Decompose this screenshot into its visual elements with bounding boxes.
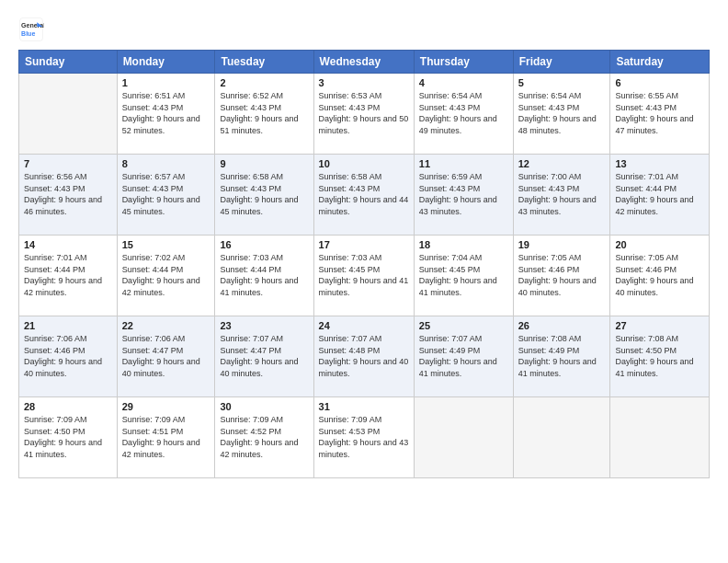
header: General Blue — [18, 17, 710, 42]
calendar-cell: 21Sunrise: 7:06 AMSunset: 4:46 PMDayligh… — [19, 316, 118, 397]
weekday-header-monday: Monday — [117, 51, 215, 74]
day-number: 5 — [518, 77, 606, 88]
weekday-header-friday: Friday — [513, 51, 610, 74]
day-detail: Sunrise: 6:52 AMSunset: 4:43 PMDaylight:… — [220, 90, 308, 136]
calendar-cell: 14Sunrise: 7:01 AMSunset: 4:44 PMDayligh… — [19, 236, 118, 316]
week-row-5: 28Sunrise: 7:09 AMSunset: 4:50 PMDayligh… — [19, 397, 710, 478]
day-number: 1 — [122, 77, 210, 88]
calendar-cell — [610, 397, 710, 478]
calendar-cell: 24Sunrise: 7:07 AMSunset: 4:48 PMDayligh… — [313, 316, 414, 397]
day-detail: Sunrise: 7:07 AMSunset: 4:49 PMDaylight:… — [419, 333, 508, 379]
day-detail: Sunrise: 7:03 AMSunset: 4:44 PMDaylight:… — [220, 252, 308, 298]
day-number: 8 — [122, 158, 210, 169]
logo-icon: General Blue — [18, 17, 44, 42]
calendar-cell: 2Sunrise: 6:52 AMSunset: 4:43 PMDaylight… — [215, 74, 313, 155]
day-detail: Sunrise: 7:02 AMSunset: 4:44 PMDaylight:… — [122, 252, 210, 298]
day-number: 30 — [220, 401, 308, 412]
calendar-cell: 28Sunrise: 7:09 AMSunset: 4:50 PMDayligh… — [19, 397, 118, 478]
week-row-1: 1Sunrise: 6:51 AMSunset: 4:43 PMDaylight… — [19, 74, 710, 155]
calendar-cell: 17Sunrise: 7:03 AMSunset: 4:45 PMDayligh… — [313, 236, 414, 316]
calendar-cell — [414, 397, 513, 478]
day-number: 16 — [220, 239, 308, 250]
week-row-3: 14Sunrise: 7:01 AMSunset: 4:44 PMDayligh… — [19, 236, 710, 316]
day-number: 7 — [24, 158, 112, 169]
day-number: 31 — [319, 401, 409, 412]
calendar-cell: 23Sunrise: 7:07 AMSunset: 4:47 PMDayligh… — [215, 316, 313, 397]
calendar-cell: 9Sunrise: 6:58 AMSunset: 4:43 PMDaylight… — [215, 155, 313, 236]
calendar-cell: 4Sunrise: 6:54 AMSunset: 4:43 PMDaylight… — [414, 74, 513, 155]
day-detail: Sunrise: 7:07 AMSunset: 4:47 PMDaylight:… — [220, 333, 308, 379]
week-row-4: 21Sunrise: 7:06 AMSunset: 4:46 PMDayligh… — [19, 316, 710, 397]
calendar-cell: 1Sunrise: 6:51 AMSunset: 4:43 PMDaylight… — [117, 74, 215, 155]
calendar-cell: 22Sunrise: 7:06 AMSunset: 4:47 PMDayligh… — [117, 316, 215, 397]
day-detail: Sunrise: 7:09 AMSunset: 4:51 PMDaylight:… — [122, 414, 210, 460]
day-number: 25 — [419, 320, 508, 331]
calendar-cell: 25Sunrise: 7:07 AMSunset: 4:49 PMDayligh… — [414, 316, 513, 397]
weekday-header-tuesday: Tuesday — [215, 51, 313, 74]
day-number: 21 — [24, 320, 112, 331]
day-number: 11 — [419, 158, 508, 169]
calendar-cell: 31Sunrise: 7:09 AMSunset: 4:53 PMDayligh… — [313, 397, 414, 478]
weekday-header-thursday: Thursday — [414, 51, 513, 74]
logo: General Blue — [18, 17, 44, 42]
day-number: 28 — [24, 401, 112, 412]
day-detail: Sunrise: 7:05 AMSunset: 4:46 PMDaylight:… — [518, 252, 606, 298]
day-detail: Sunrise: 6:54 AMSunset: 4:43 PMDaylight:… — [419, 90, 508, 136]
day-number: 20 — [615, 239, 704, 250]
calendar-cell: 12Sunrise: 7:00 AMSunset: 4:43 PMDayligh… — [513, 155, 610, 236]
calendar-cell: 16Sunrise: 7:03 AMSunset: 4:44 PMDayligh… — [215, 236, 313, 316]
day-detail: Sunrise: 7:01 AMSunset: 4:44 PMDaylight:… — [615, 171, 704, 217]
day-number: 6 — [615, 77, 704, 88]
day-detail: Sunrise: 7:07 AMSunset: 4:48 PMDaylight:… — [319, 333, 409, 379]
day-number: 17 — [319, 239, 409, 250]
weekday-header-row: SundayMondayTuesdayWednesdayThursdayFrid… — [19, 51, 710, 74]
calendar-cell: 8Sunrise: 6:57 AMSunset: 4:43 PMDaylight… — [117, 155, 215, 236]
day-detail: Sunrise: 7:04 AMSunset: 4:45 PMDaylight:… — [419, 252, 508, 298]
svg-rect-0 — [20, 18, 43, 41]
day-number: 9 — [220, 158, 308, 169]
day-number: 24 — [319, 320, 409, 331]
day-detail: Sunrise: 7:08 AMSunset: 4:49 PMDaylight:… — [518, 333, 606, 379]
calendar-cell: 3Sunrise: 6:53 AMSunset: 4:43 PMDaylight… — [313, 74, 414, 155]
weekday-header-saturday: Saturday — [610, 51, 710, 74]
day-detail: Sunrise: 7:01 AMSunset: 4:44 PMDaylight:… — [24, 252, 112, 298]
day-detail: Sunrise: 7:09 AMSunset: 4:52 PMDaylight:… — [220, 414, 308, 460]
day-detail: Sunrise: 6:51 AMSunset: 4:43 PMDaylight:… — [122, 90, 210, 136]
day-number: 13 — [615, 158, 704, 169]
day-number: 29 — [122, 401, 210, 412]
day-detail: Sunrise: 7:09 AMSunset: 4:50 PMDaylight:… — [24, 414, 112, 460]
day-detail: Sunrise: 7:08 AMSunset: 4:50 PMDaylight:… — [615, 333, 704, 379]
calendar-cell: 11Sunrise: 6:59 AMSunset: 4:43 PMDayligh… — [414, 155, 513, 236]
day-number: 22 — [122, 320, 210, 331]
calendar: SundayMondayTuesdayWednesdayThursdayFrid… — [18, 50, 710, 478]
day-detail: Sunrise: 6:53 AMSunset: 4:43 PMDaylight:… — [319, 90, 409, 136]
day-number: 10 — [319, 158, 409, 169]
calendar-cell: 29Sunrise: 7:09 AMSunset: 4:51 PMDayligh… — [117, 397, 215, 478]
weekday-header-sunday: Sunday — [19, 51, 118, 74]
calendar-cell: 7Sunrise: 6:56 AMSunset: 4:43 PMDaylight… — [19, 155, 118, 236]
calendar-cell — [513, 397, 610, 478]
day-number: 19 — [518, 239, 606, 250]
day-detail: Sunrise: 6:56 AMSunset: 4:43 PMDaylight:… — [24, 171, 112, 217]
calendar-cell — [19, 74, 118, 155]
calendar-cell: 30Sunrise: 7:09 AMSunset: 4:52 PMDayligh… — [215, 397, 313, 478]
calendar-cell: 20Sunrise: 7:05 AMSunset: 4:46 PMDayligh… — [610, 236, 710, 316]
weekday-header-wednesday: Wednesday — [313, 51, 414, 74]
day-detail: Sunrise: 6:54 AMSunset: 4:43 PMDaylight:… — [518, 90, 606, 136]
day-number: 15 — [122, 239, 210, 250]
day-number: 26 — [518, 320, 606, 331]
day-detail: Sunrise: 6:57 AMSunset: 4:43 PMDaylight:… — [122, 171, 210, 217]
calendar-cell: 5Sunrise: 6:54 AMSunset: 4:43 PMDaylight… — [513, 74, 610, 155]
day-detail: Sunrise: 6:58 AMSunset: 4:43 PMDaylight:… — [319, 171, 409, 217]
week-row-2: 7Sunrise: 6:56 AMSunset: 4:43 PMDaylight… — [19, 155, 710, 236]
day-detail: Sunrise: 7:00 AMSunset: 4:43 PMDaylight:… — [518, 171, 606, 217]
day-detail: Sunrise: 7:09 AMSunset: 4:53 PMDaylight:… — [319, 414, 409, 460]
calendar-cell: 19Sunrise: 7:05 AMSunset: 4:46 PMDayligh… — [513, 236, 610, 316]
day-detail: Sunrise: 6:58 AMSunset: 4:43 PMDaylight:… — [220, 171, 308, 217]
day-detail: Sunrise: 6:59 AMSunset: 4:43 PMDaylight:… — [419, 171, 508, 217]
calendar-cell: 27Sunrise: 7:08 AMSunset: 4:50 PMDayligh… — [610, 316, 710, 397]
day-number: 27 — [615, 320, 704, 331]
page: General Blue SundayMondayTuesdayWednesda… — [0, 0, 728, 563]
calendar-cell: 6Sunrise: 6:55 AMSunset: 4:43 PMDaylight… — [610, 74, 710, 155]
calendar-cell: 26Sunrise: 7:08 AMSunset: 4:49 PMDayligh… — [513, 316, 610, 397]
